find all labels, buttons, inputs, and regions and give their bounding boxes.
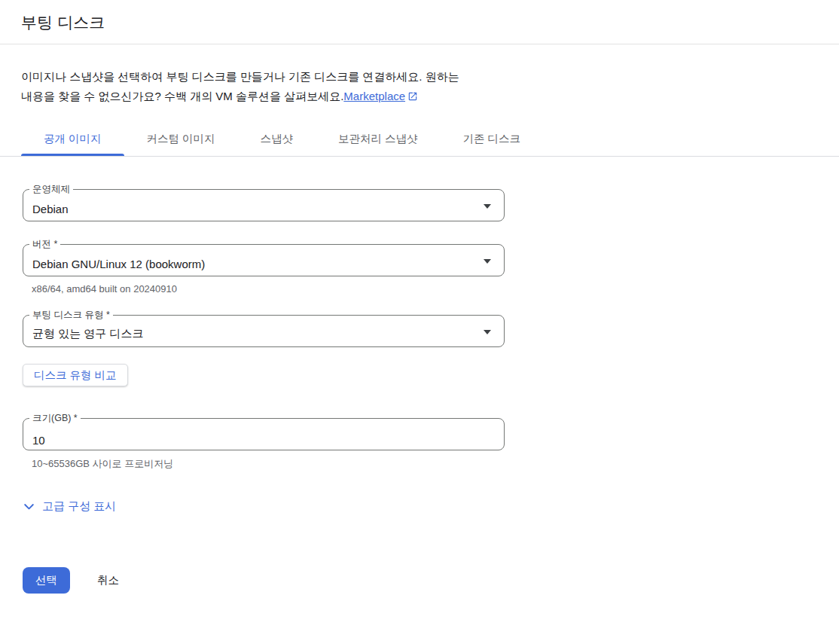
disk-type-label: 부팅 디스크 유형 * — [29, 309, 113, 322]
disk-type-value: 균형 있는 영구 디스크 — [32, 327, 144, 341]
advanced-config-toggle[interactable]: 고급 구성 표시 — [23, 499, 116, 514]
size-helper-text: 10~65536GB 사이로 프로비저닝 — [32, 457, 527, 471]
tab-existing-disks[interactable]: 기존 디스크 — [441, 121, 544, 156]
size-field[interactable]: 크기(GB) * — [23, 418, 505, 450]
version-select[interactable]: 버전 * Debian GNU/Linux 12 (bookworm) — [23, 244, 505, 276]
chevron-down-icon — [23, 500, 35, 513]
marketplace-link[interactable]: Marketplace — [343, 90, 405, 102]
open-in-new-icon — [407, 91, 418, 102]
disk-type-select[interactable]: 부팅 디스크 유형 * 균형 있는 영구 디스크 — [23, 315, 505, 347]
os-select[interactable]: 운영체제 Debian — [23, 189, 505, 221]
tab-custom-images[interactable]: 커스텀 이미지 — [124, 121, 238, 156]
dialog-header: 부팅 디스크 — [0, 0, 839, 44]
compare-disk-types-button[interactable]: 디스크 유형 비교 — [23, 364, 128, 386]
description-line-1: 이미지나 스냅샷을 선택하여 부팅 디스크를 만들거나 기존 디스크를 연결하세… — [21, 67, 818, 87]
cancel-button[interactable]: 취소 — [97, 573, 119, 588]
size-input[interactable] — [32, 434, 495, 447]
version-value: Debian GNU/Linux 12 (bookworm) — [32, 258, 205, 270]
tab-bar: 공개 이미지 커스텀 이미지 스냅샷 보관처리 스냅샷 기존 디스크 — [0, 121, 839, 157]
version-label: 버전 * — [29, 238, 60, 251]
os-value: Debian — [32, 203, 69, 215]
dropdown-arrow-icon — [484, 330, 491, 334]
description-line-2: 내용을 찾을 수 없으신가요? 수백 개의 VM 솔루션을 살펴보세요.Mark… — [21, 87, 818, 106]
dialog-description: 이미지나 스냅샷을 선택하여 부팅 디스크를 만들거나 기존 디스크를 연결하세… — [21, 67, 818, 106]
boot-disk-form: 운영체제 Debian 버전 * Debian GNU/Linux 12 (bo… — [0, 157, 527, 516]
tab-archived-snapshots[interactable]: 보관처리 스냅샷 — [316, 121, 441, 156]
dropdown-arrow-icon — [484, 259, 491, 264]
size-label: 크기(GB) * — [29, 412, 81, 425]
os-label: 운영체제 — [29, 183, 73, 196]
dropdown-arrow-icon — [484, 204, 491, 209]
select-button[interactable]: 선택 — [23, 567, 70, 594]
advanced-config-label: 고급 구성 표시 — [42, 499, 116, 514]
dialog-title: 부팅 디스크 — [21, 12, 818, 33]
version-helper-text: x86/64, amd64 built on 20240910 — [32, 283, 527, 295]
tab-public-images[interactable]: 공개 이미지 — [21, 121, 124, 156]
tab-snapshots[interactable]: 스냅샷 — [238, 121, 316, 156]
boot-disk-dialog: 부팅 디스크 이미지나 스냅샷을 선택하여 부팅 디스크를 만들거나 기존 디스… — [0, 0, 839, 594]
dialog-footer: 선택 취소 — [23, 567, 839, 594]
